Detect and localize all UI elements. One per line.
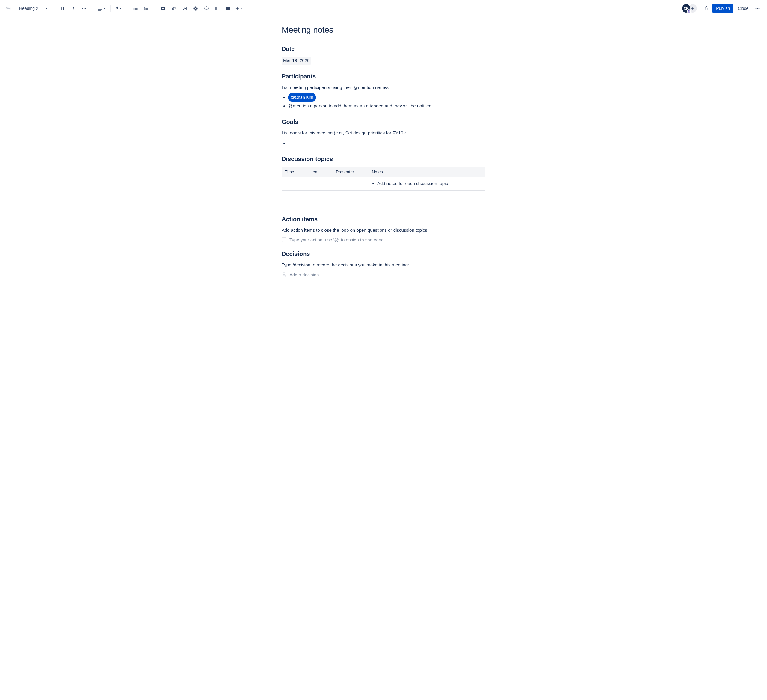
list-item[interactable] [288,139,485,148]
participants-heading[interactable]: Participants [282,73,485,80]
participants-intro[interactable]: List meeting participants using their @m… [282,84,485,91]
svg-point-13 [205,8,206,8]
svg-point-0 [82,8,83,9]
bullet-list-button[interactable] [130,3,140,13]
numbered-list-button[interactable]: 123 [142,3,151,13]
cell-presenter[interactable] [333,177,369,191]
cell-presenter[interactable] [333,190,369,207]
th-notes[interactable]: Notes [369,167,485,177]
separator [110,5,111,12]
decision-placeholder: Add a decision… [290,272,323,277]
svg-point-14 [207,8,207,8]
more-actions-button[interactable] [753,3,762,13]
svg-point-20 [757,8,758,9]
link-button[interactable] [169,3,179,13]
chevron-down-icon [240,8,242,9]
separator [92,5,93,12]
svg-point-23 [285,276,286,277]
cell-item[interactable] [307,177,333,191]
goals-heading[interactable]: Goals [282,119,485,125]
more-formatting-button[interactable] [80,3,89,13]
svg-point-2 [85,8,86,9]
svg-point-11 [184,8,185,8]
svg-rect-17 [228,7,230,10]
separator [154,5,155,12]
table-row[interactable] [282,190,485,207]
editor-toolbar: Heading 2 B I A 123 [0,0,767,17]
svg-point-21 [759,8,759,9]
list-item[interactable]: Add notes for each discussion topic [377,179,482,188]
publish-button[interactable]: Publish [713,4,734,13]
action-item-row[interactable]: Type your action, use '@' to assign to s… [282,237,485,242]
action-placeholder: Type your action, use '@' to assign to s… [290,237,385,242]
cell-time[interactable] [282,190,307,207]
date-chip[interactable]: Mar 19, 2020 [282,57,311,65]
avatar-badge: C [687,9,691,13]
block-style-select[interactable]: Heading 2 [17,4,50,13]
decisions-heading[interactable]: Decisions [282,251,485,257]
avatar[interactable]: CK C [682,4,690,13]
layouts-button[interactable] [223,3,233,13]
list-item[interactable]: @mention a person to add them as an atte… [288,102,485,111]
table-button[interactable] [212,3,222,13]
decisions-intro[interactable]: Type /decision to record the decisions y… [282,262,485,268]
svg-point-19 [756,8,756,9]
cell-notes[interactable]: Add notes for each discussion topic [369,177,485,191]
chevron-down-icon [119,8,122,9]
text-color-button[interactable]: A [114,6,123,11]
svg-text:3: 3 [144,9,145,11]
svg-point-24 [284,273,285,273]
decision-icon [282,272,286,277]
chevron-down-icon [46,8,48,9]
discussion-heading[interactable]: Discussion topics [282,156,485,163]
cell-item[interactable] [307,190,333,207]
table-row[interactable]: Add notes for each discussion topic [282,177,485,191]
svg-rect-15 [215,7,219,10]
svg-rect-18 [705,8,708,10]
text-color-icon: A [115,6,119,11]
decision-row[interactable]: Add a decision… [282,272,485,277]
svg-point-22 [283,276,283,277]
separator [54,5,54,12]
cell-time[interactable] [282,177,307,191]
chevron-down-icon [103,8,105,9]
th-presenter[interactable]: Presenter [333,167,369,177]
emoji-button[interactable] [202,3,211,13]
svg-point-5 [134,9,135,10]
checkbox[interactable] [282,237,286,242]
th-item[interactable]: Item [307,167,333,177]
page-title[interactable]: Meeting notes [282,25,485,35]
svg-point-4 [134,8,135,9]
svg-point-3 [134,7,135,8]
cell-notes[interactable] [369,190,485,207]
date-heading[interactable]: Date [282,46,485,52]
mention-button[interactable] [191,3,201,13]
action-items-heading[interactable]: Action items [282,216,485,223]
italic-button[interactable]: I [68,3,78,13]
restrictions-button[interactable] [702,3,711,13]
document-body[interactable]: Meeting notes Date Mar 19, 2020 Particip… [282,17,485,301]
separator [127,5,127,12]
bold-button[interactable]: B [58,3,67,13]
mention-chip[interactable]: @Chan Kim [288,93,316,102]
goals-intro[interactable]: List goals for this meeting (e.g., Set d… [282,130,485,137]
close-button[interactable]: Close [735,4,751,13]
text-align-button[interactable] [97,6,107,11]
action-items-intro[interactable]: Add action items to close the loop on op… [282,227,485,234]
svg-point-1 [84,8,84,9]
table-header-row: Time Item Presenter Notes [282,167,485,177]
confluence-logo [5,5,12,12]
svg-rect-16 [226,7,228,10]
list-item[interactable]: @Chan Kim [288,93,485,102]
th-time[interactable]: Time [282,167,307,177]
insert-button[interactable] [234,6,243,11]
image-button[interactable] [180,3,189,13]
action-item-button[interactable] [159,3,168,13]
svg-point-12 [205,6,208,10]
block-style-label: Heading 2 [19,6,38,11]
discussion-table[interactable]: Time Item Presenter Notes Add notes for … [282,167,485,208]
